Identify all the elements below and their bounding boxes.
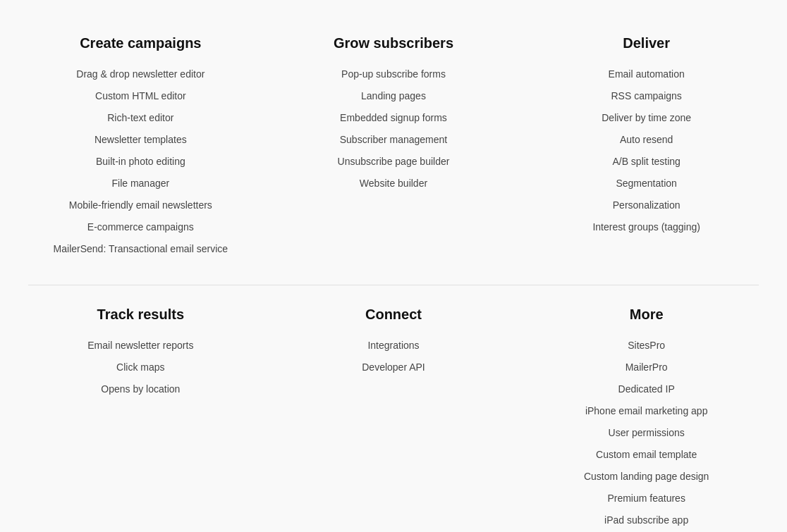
item-more-4[interactable]: User permissions (609, 426, 685, 440)
item-create-campaigns-2[interactable]: Rich-text editor (107, 111, 173, 125)
item-track-results-1[interactable]: Click maps (116, 360, 164, 375)
title-create-campaigns: Create campaigns (80, 35, 201, 51)
item-deliver-7[interactable]: Interest groups (tagging) (592, 220, 700, 235)
item-create-campaigns-8[interactable]: MailerSend: Transactional email service (54, 242, 228, 256)
item-track-results-2[interactable]: Opens by location (101, 382, 180, 397)
section-divider (28, 285, 759, 285)
item-grow-subscribers-0[interactable]: Pop-up subscribe forms (341, 67, 446, 82)
item-create-campaigns-1[interactable]: Custom HTML editor (95, 89, 186, 104)
item-grow-subscribers-1[interactable]: Landing pages (361, 89, 426, 104)
item-more-6[interactable]: Custom landing page design (584, 469, 709, 484)
item-more-8[interactable]: iPad subscribe app (604, 513, 688, 528)
column-grow-subscribers: Grow subscribersPop-up subscribe formsLa… (267, 21, 520, 278)
column-create-campaigns: Create campaignsDrag & drop newsletter e… (14, 21, 267, 278)
item-deliver-3[interactable]: Auto resend (620, 132, 673, 147)
item-more-3[interactable]: iPhone email marketing app (585, 404, 708, 419)
title-deliver: Deliver (623, 35, 670, 51)
column-track-results: Track resultsEmail newsletter reportsCli… (14, 292, 267, 532)
item-create-campaigns-6[interactable]: Mobile-friendly email newsletters (69, 198, 212, 213)
item-deliver-0[interactable]: Email automation (609, 67, 685, 82)
item-deliver-6[interactable]: Personalization (613, 198, 681, 213)
item-deliver-1[interactable]: RSS campaigns (611, 89, 681, 104)
item-create-campaigns-0[interactable]: Drag & drop newsletter editor (76, 67, 205, 82)
column-connect: ConnectIntegrationsDeveloper API (267, 292, 520, 532)
features-grid: Create campaignsDrag & drop newsletter e… (0, 0, 787, 532)
item-create-campaigns-3[interactable]: Newsletter templates (94, 132, 187, 147)
item-grow-subscribers-2[interactable]: Embedded signup forms (340, 111, 447, 125)
item-more-1[interactable]: MailerPro (626, 360, 668, 375)
item-create-campaigns-5[interactable]: File manager (111, 176, 169, 191)
item-more-7[interactable]: Premium features (607, 491, 685, 506)
item-connect-1[interactable]: Developer API (362, 360, 425, 375)
item-grow-subscribers-5[interactable]: Website builder (360, 176, 427, 191)
item-create-campaigns-4[interactable]: Built-in photo editing (96, 154, 185, 169)
item-create-campaigns-7[interactable]: E-commerce campaigns (87, 220, 194, 235)
item-track-results-0[interactable]: Email newsletter reports (87, 338, 193, 353)
title-more: More (630, 307, 664, 323)
item-deliver-4[interactable]: A/B split testing (612, 154, 681, 169)
item-more-0[interactable]: SitesPro (628, 338, 665, 353)
item-grow-subscribers-3[interactable]: Subscriber management (340, 132, 448, 147)
title-track-results: Track results (97, 307, 184, 323)
item-deliver-2[interactable]: Deliver by time zone (602, 111, 691, 125)
item-more-5[interactable]: Custom email template (596, 447, 697, 462)
item-grow-subscribers-4[interactable]: Unsubscribe page builder (338, 154, 450, 169)
title-connect: Connect (365, 307, 422, 323)
item-connect-0[interactable]: Integrations (367, 338, 419, 353)
title-grow-subscribers: Grow subscribers (334, 35, 453, 51)
item-deliver-5[interactable]: Segmentation (616, 176, 676, 191)
item-more-2[interactable]: Dedicated IP (618, 382, 675, 397)
column-deliver: DeliverEmail automationRSS campaignsDeli… (520, 21, 773, 278)
column-more: MoreSitesProMailerProDedicated IPiPhone … (520, 292, 773, 532)
